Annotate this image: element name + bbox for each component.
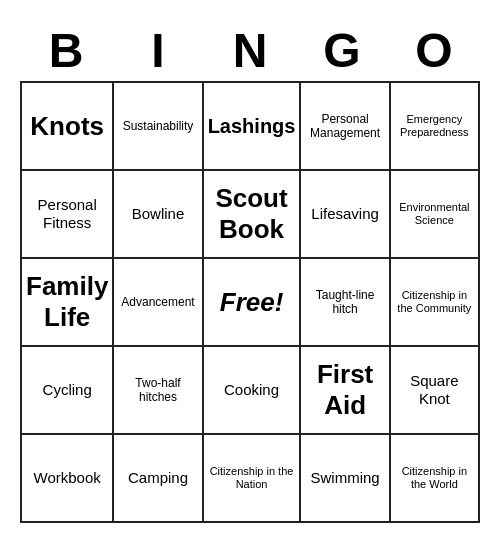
cell-text: Taught-line hitch [305,288,384,317]
bingo-cell: Citizenship in the Nation [204,435,302,523]
bingo-cell: Advancement [114,259,203,347]
bingo-cell: Taught-line hitch [301,259,390,347]
bingo-letter: B [20,21,112,82]
cell-text: Family Life [26,271,108,333]
cell-text: Personal Management [305,112,384,141]
cell-text: Cooking [224,381,279,399]
cell-text: Cycling [43,381,92,399]
bingo-cell: Two-half hitches [114,347,203,435]
bingo-cell: Scout Book [204,171,302,259]
bingo-cell: Camping [114,435,203,523]
cell-text: Emergency Preparedness [395,113,474,139]
cell-text: Lashings [208,114,296,138]
cell-text: Camping [128,469,188,487]
bingo-cell: Lifesaving [301,171,390,259]
bingo-grid: KnotsSustainabilityLashingsPersonal Mana… [20,81,480,523]
bingo-cell: Workbook [22,435,114,523]
cell-text: Citizenship in the Nation [208,465,296,491]
bingo-cell: Free! [204,259,302,347]
cell-text: Bowline [132,205,185,223]
cell-text: Free! [220,287,284,318]
bingo-card: BINGO KnotsSustainabilityLashingsPersona… [10,11,490,534]
cell-text: Environmental Science [395,201,474,227]
bingo-cell: Bowline [114,171,203,259]
bingo-cell: Emergency Preparedness [391,83,480,171]
bingo-cell: Family Life [22,259,114,347]
cell-text: Citizenship in the Community [395,289,474,315]
bingo-cell: Square Knot [391,347,480,435]
bingo-cell: Personal Management [301,83,390,171]
bingo-header: BINGO [20,21,480,82]
bingo-cell: Cooking [204,347,302,435]
cell-text: Square Knot [395,372,474,408]
cell-text: Scout Book [208,183,296,245]
bingo-cell: Citizenship in the World [391,435,480,523]
cell-text: Swimming [310,469,379,487]
bingo-cell: Personal Fitness [22,171,114,259]
cell-text: Citizenship in the World [395,465,474,491]
cell-text: First Aid [305,359,384,421]
bingo-letter: I [112,21,204,82]
cell-text: Advancement [121,295,194,309]
bingo-letter: O [388,21,480,82]
bingo-cell: Swimming [301,435,390,523]
bingo-cell: Lashings [204,83,302,171]
bingo-cell: Sustainability [114,83,203,171]
bingo-letter: G [296,21,388,82]
cell-text: Lifesaving [311,205,379,223]
bingo-cell: Cycling [22,347,114,435]
cell-text: Personal Fitness [26,196,108,232]
bingo-cell: Knots [22,83,114,171]
bingo-cell: First Aid [301,347,390,435]
bingo-cell: Environmental Science [391,171,480,259]
cell-text: Knots [30,111,104,142]
bingo-cell: Citizenship in the Community [391,259,480,347]
bingo-letter: N [204,21,296,82]
cell-text: Sustainability [123,119,194,133]
cell-text: Workbook [34,469,101,487]
cell-text: Two-half hitches [118,376,197,405]
